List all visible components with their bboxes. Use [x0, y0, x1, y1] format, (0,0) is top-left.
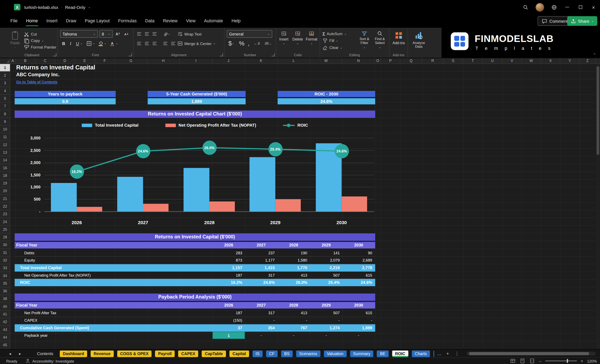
font-color-menu[interactable]: ⌄ [115, 40, 119, 47]
cell-cumulative-cash-generated-spent-2028[interactable]: 767 [277, 324, 310, 332]
row-header-35[interactable]: 35 [0, 280, 10, 287]
sheet-tab-dashboard[interactable]: Dashboard [60, 351, 87, 357]
cell-cumulative-cash-generated-spent-2030[interactable]: 1,889 [342, 324, 375, 332]
sheet-tab-bs[interactable]: BS [281, 351, 292, 357]
minimize-button[interactable] [561, 0, 574, 14]
cell-roic-2027[interactable]: 24.6% [245, 279, 277, 286]
cell-debts-2028[interactable]: 190 [277, 249, 310, 256]
autosum-button[interactable]: ΣAutoSum⌄ [322, 31, 347, 36]
sheet-tab-scenarios[interactable]: Scenarios [296, 351, 320, 357]
table-row-capex[interactable]: CAPEX(150)---- [15, 317, 375, 324]
column-header-A[interactable]: A [10, 58, 15, 64]
row-header-23[interactable]: 23 [0, 210, 10, 218]
align-middle-button[interactable] [143, 30, 150, 37]
row-header-2[interactable]: 2 [0, 72, 10, 79]
row-header-30[interactable]: 30 [0, 241, 10, 249]
percent-style-button[interactable]: % [238, 40, 245, 47]
cell-cumulative-cash-generated-spent-2029[interactable]: 1,274 [310, 324, 342, 332]
vertical-scrollbar-thumb[interactable] [597, 66, 599, 155]
column-header-T[interactable]: T [463, 58, 483, 64]
sheet-tab-is[interactable]: IS [253, 351, 262, 357]
sheet-tab-valuation[interactable]: Valuation [324, 351, 347, 357]
row-header-38[interactable]: 38 [0, 295, 10, 303]
cell-net-profit-after-tax-2029[interactable]: 507 [310, 309, 342, 316]
sheet-tab-kpis[interactable]: KPIs [433, 351, 434, 357]
table-of-contents-link[interactable]: Go to Table of Contents [16, 80, 57, 84]
document-title[interactable]: turkish-kebab.xlsx - Read-Only ⌄ [24, 5, 91, 9]
page-break-view-button[interactable] [529, 358, 535, 364]
horizontal-scrollbar[interactable] [467, 352, 596, 355]
row-header-5[interactable]: 5 [0, 95, 10, 102]
clipboard-dialog-launcher[interactable] [53, 53, 56, 56]
kpi-header-years-to-payback[interactable]: Years to payback [15, 91, 116, 97]
cell-roic-2029[interactable]: 25.4% [310, 279, 342, 286]
cell-debts-2026[interactable]: 283 [213, 249, 245, 256]
cell-capex-2028[interactable]: - [277, 317, 310, 324]
sheet-tab-captable[interactable]: CapTable [202, 351, 226, 357]
new-sheet-button[interactable]: + [444, 350, 451, 357]
column-header-J[interactable]: J [213, 58, 245, 64]
cut-button[interactable]: Cut [24, 31, 56, 37]
align-left-button[interactable] [136, 40, 143, 47]
align-center-button[interactable] [143, 40, 150, 47]
page-layout-view-button[interactable] [520, 358, 525, 364]
menu-tab-review[interactable]: Review [159, 14, 182, 28]
sort-filter-button[interactable]: Sort & Filter ⌄ [357, 30, 372, 52]
bold-button[interactable]: B [60, 40, 67, 47]
table-row-cumulative-cash-generated-spent[interactable]: Cumulative Cash Generated (Spent)3735476… [15, 324, 375, 332]
menu-tab-view[interactable]: View [182, 14, 200, 28]
chevron-down-icon[interactable]: ⌄ [88, 6, 91, 9]
row-header-34[interactable]: 34 [0, 272, 10, 280]
cell-net-operating-profit-after-tax-nopat-2028[interactable]: 413 [277, 272, 310, 278]
share-button[interactable]: Share ⌄ [567, 16, 597, 26]
sheet-tab-payroll[interactable]: Payroll [155, 351, 175, 357]
menu-tab-draw[interactable]: Draw [62, 14, 80, 28]
paste-button[interactable]: Paste ⌄ [8, 30, 22, 52]
fill-color-button[interactable] [97, 40, 104, 47]
align-top-button[interactable] [136, 30, 143, 37]
cell-debts-2027[interactable]: 237 [245, 249, 277, 256]
cell-payback-year-2028[interactable]: - [277, 332, 310, 339]
fill-color-menu[interactable]: ⌄ [103, 40, 107, 47]
kpi-value-years-to-payback[interactable]: 0.9 [15, 98, 116, 104]
zoom-level[interactable]: 120% [587, 359, 597, 363]
cell-total-invested-capital-2027[interactable]: 1,415 [245, 264, 277, 272]
row-header-12[interactable]: 12 [0, 141, 10, 148]
row-header-7[interactable]: 7 [0, 102, 10, 110]
more-sheets-button[interactable]: … [436, 350, 443, 357]
column-header-R[interactable]: R [422, 58, 443, 64]
number-format-select[interactable]: General ⌄ [227, 30, 272, 38]
table-row-debts[interactable]: Debts28323719014190 [15, 249, 375, 257]
cell-equity-2028[interactable]: 1,580 [277, 257, 310, 264]
row-header-20[interactable]: 20 [0, 187, 10, 195]
menu-tab-help[interactable]: Help [227, 14, 245, 28]
row-header-13[interactable]: 13 [0, 149, 10, 156]
search-button[interactable] [519, 0, 532, 14]
kpi-header-5-year-cash-generated-000[interactable]: 5-Year Cash Generated ($'000) [148, 91, 246, 97]
menu-tab-insert[interactable]: Insert [42, 14, 62, 28]
find-select-button[interactable]: Find & Select ⌄ [373, 30, 387, 52]
font-color-button[interactable]: A [109, 40, 116, 47]
table-row-roic[interactable]: ROIC16.2%24.6%26.0%25.4%24.6% [15, 279, 375, 286]
table-row-equity[interactable]: Equity8731,1771,5802,0792,689 [15, 257, 375, 264]
clear-button[interactable]: Clear⌄ [322, 45, 347, 50]
fiscal-year-header-row[interactable]: Fiscal Year20262027202820292030 [15, 242, 375, 248]
chart-section-header[interactable]: Returns on Invested Capital Chart ($'000… [15, 110, 375, 118]
zoom-out-button[interactable]: – [539, 359, 541, 363]
sheet-options-button[interactable]: ⋮ [453, 350, 460, 357]
cell-equity-2026[interactable]: 873 [213, 257, 245, 264]
cell-debts-2030[interactable]: 90 [342, 249, 375, 256]
table-row-net-operating-profit-after-tax-nopat[interactable]: Net Operating Profit After Tax (NOPAT)18… [15, 272, 375, 279]
column-header-C[interactable]: C [36, 58, 55, 64]
sheet-tab-cogs-opex[interactable]: COGS & OPEX [117, 351, 151, 357]
addins-button[interactable]: Add-ins [391, 30, 406, 52]
number-dialog-launcher[interactable] [272, 53, 275, 56]
cell-capex-2029[interactable]: - [310, 317, 342, 324]
cell-equity-2029[interactable]: 2,079 [310, 257, 342, 264]
merge-center-button[interactable]: Merge & Center⌄ [178, 40, 216, 47]
row-header-32[interactable]: 32 [0, 257, 10, 264]
cell-capex-2027[interactable]: - [245, 317, 277, 324]
accounting-format-button[interactable]: $⌄ [227, 40, 236, 47]
wrap-text-button[interactable]: Wrap Text [178, 30, 202, 37]
column-header-S[interactable]: S [443, 58, 463, 64]
